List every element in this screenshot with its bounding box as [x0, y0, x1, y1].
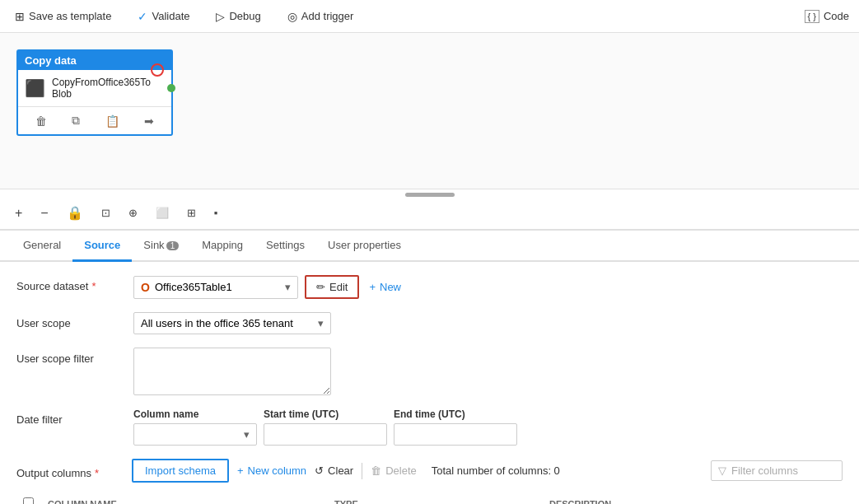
form-area: Source dataset * O Office365Table1 ▾ ✏ E…	[0, 262, 859, 504]
user-scope-arrow-icon: ▾	[318, 317, 324, 329]
node-copy-button[interactable]: 📋	[100, 113, 124, 129]
user-scope-filter-controls	[133, 348, 843, 395]
select-all-checkbox[interactable]	[23, 497, 34, 504]
start-time-label: Start time (UTC)	[264, 408, 387, 420]
column-name-col: Column name ▾	[133, 408, 257, 446]
clear-button[interactable]: ↺ Clear	[315, 464, 353, 477]
select-button[interactable]: ⬜	[152, 205, 172, 221]
col-desc-header: DESCRIPTION	[549, 499, 836, 504]
user-scope-filter-label: User scope filter	[16, 348, 124, 365]
office365-icon: O	[141, 281, 150, 294]
date-filter-row: Date filter Column name ▾ Start time (UT…	[16, 408, 843, 446]
required-marker: *	[91, 280, 96, 292]
tab-sink[interactable]: Sink1	[132, 231, 190, 262]
validate-icon: ✓	[138, 10, 147, 23]
center-button[interactable]: ⊕	[125, 205, 141, 221]
code-icon: { }	[805, 10, 819, 23]
top-toolbar: ⊞ Save as template ✓ Validate ▷ Debug ◎ …	[0, 0, 859, 33]
lock-button[interactable]: 🔒	[63, 203, 86, 222]
source-dataset-label: Source dataset *	[16, 275, 124, 292]
clear-refresh-icon: ↺	[315, 464, 324, 477]
zoom-out-button[interactable]: −	[37, 204, 51, 222]
add-column-button[interactable]: + New column	[237, 464, 306, 477]
layout-button[interactable]: ▪	[211, 205, 222, 221]
delete-trash-icon: 🗑	[371, 464, 381, 477]
node-status-dot	[167, 84, 175, 92]
zoom-in-button[interactable]: +	[12, 204, 26, 222]
add-trigger-button[interactable]: ◎ Add trigger	[282, 7, 359, 26]
user-scope-filter-row: User scope filter	[16, 348, 843, 395]
output-required-marker: *	[95, 467, 99, 479]
import-schema-button[interactable]: Import schema	[132, 459, 229, 483]
source-dataset-controls: O Office365Table1 ▾ ✏ Edit + New	[133, 275, 843, 299]
copy-data-node[interactable]: Copy data ⬛ CopyFromOffice365ToBlob 🗑 ⧉ …	[16, 49, 173, 136]
date-filter-controls: Column name ▾ Start time (UTC) End time …	[133, 408, 517, 446]
output-columns-label: Output columns *	[16, 462, 124, 479]
add-col-plus-icon: +	[237, 464, 244, 477]
tab-settings[interactable]: Settings	[254, 231, 316, 262]
user-scope-row: User scope All users in the office 365 t…	[16, 312, 843, 334]
end-time-col: End time (UTC)	[394, 408, 517, 446]
save-template-icon: ⊞	[15, 10, 25, 23]
filter-icon: ▽	[718, 464, 726, 477]
user-scope-label: User scope	[16, 312, 124, 329]
tab-mapping[interactable]: Mapping	[190, 231, 254, 262]
grid-button[interactable]: ⊞	[184, 205, 199, 221]
sink-badge: 1	[166, 241, 180, 250]
total-columns-label: Total number of columns: 0	[432, 464, 560, 477]
canvas-area: Copy data ⬛ CopyFromOffice365ToBlob 🗑 ⧉ …	[0, 33, 859, 189]
tabs-bar: General Source Sink1 Mapping Settings Us…	[0, 231, 859, 262]
node-arrow-button[interactable]: ➡	[139, 113, 159, 129]
select-arrow-icon: ▾	[285, 281, 291, 293]
node-body: ⬛ CopyFromOffice365ToBlob	[18, 70, 171, 106]
tab-user-properties[interactable]: User properties	[316, 231, 413, 262]
edit-icon: ✏	[316, 281, 325, 293]
end-time-label: End time (UTC)	[394, 408, 517, 420]
new-plus-icon: +	[369, 281, 376, 293]
start-time-col: Start time (UTC)	[264, 408, 387, 446]
toolbar-divider	[362, 463, 362, 479]
filter-columns-input[interactable]: ▽ Filter columns	[711, 460, 843, 481]
delete-button: 🗑 Delete	[371, 464, 417, 477]
col-name-header: COLUMN NAME	[48, 499, 334, 504]
date-filter-label: Date filter	[16, 408, 124, 426]
source-dataset-row: Source dataset * O Office365Table1 ▾ ✏ E…	[16, 275, 843, 299]
node-actions: 🗑 ⧉ 📋 ➡	[18, 106, 171, 134]
node-header: Copy data	[18, 51, 171, 70]
tab-source[interactable]: Source	[72, 231, 132, 262]
code-button[interactable]: { } Code	[805, 10, 849, 23]
node-body-icon: ⬛	[25, 78, 45, 98]
debug-icon: ▷	[216, 10, 225, 23]
add-trigger-icon: ◎	[287, 10, 297, 23]
end-time-input[interactable]	[394, 423, 517, 446]
user-scope-select[interactable]: All users in the office 365 tenant ▾	[133, 312, 331, 334]
save-template-button[interactable]: ⊞ Save as template	[10, 7, 116, 26]
column-name-select[interactable]: ▾	[133, 423, 257, 446]
col-name-arrow-icon: ▾	[244, 428, 250, 441]
source-dataset-select[interactable]: O Office365Table1 ▾	[133, 276, 298, 299]
output-columns-row: Output columns * Import schema + New col…	[16, 459, 843, 483]
mini-toolbar: + − 🔒 ⊡ ⊕ ⬜ ⊞ ▪	[0, 197, 859, 230]
new-button[interactable]: + New	[366, 277, 404, 297]
column-table-header: COLUMN NAME TYPE DESCRIPTION	[16, 492, 843, 504]
debug-button[interactable]: ▷ Debug	[211, 7, 265, 26]
fit-button[interactable]: ⊡	[98, 205, 114, 221]
red-circle-indicator	[151, 63, 164, 77]
start-time-input[interactable]	[264, 423, 387, 446]
col-check-header	[23, 497, 48, 504]
node-clone-button[interactable]: ⧉	[67, 112, 85, 129]
user-scope-controls: All users in the office 365 tenant ▾	[133, 312, 843, 334]
node-title: CopyFromOffice365ToBlob	[52, 77, 151, 100]
tab-general[interactable]: General	[12, 231, 72, 262]
user-scope-filter-textarea[interactable]	[133, 348, 331, 395]
validate-button[interactable]: ✓ Validate	[133, 7, 194, 26]
column-name-label: Column name	[133, 408, 257, 420]
edit-button[interactable]: ✏ Edit	[305, 275, 359, 299]
node-delete-button[interactable]: 🗑	[30, 113, 52, 129]
col-type-header: TYPE	[334, 499, 549, 504]
